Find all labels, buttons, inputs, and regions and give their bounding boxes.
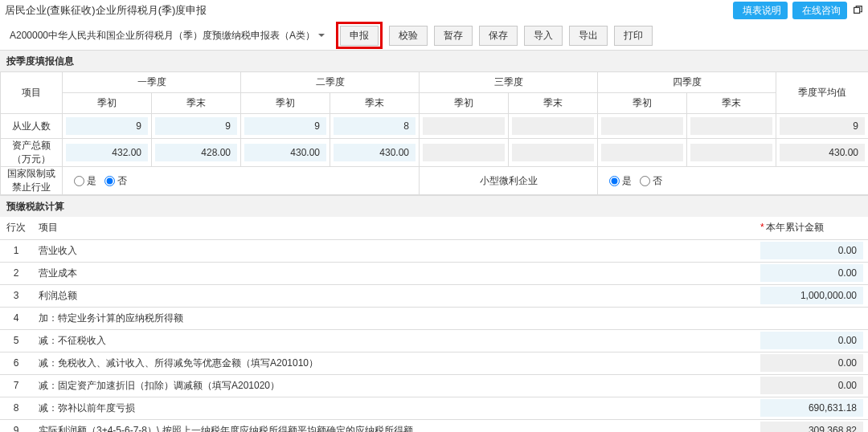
ast-avg: 430.00 xyxy=(780,144,865,161)
lines-table: 行次 项目 本年累计金额 1营业收入0.002营业成本0.003利润总额1,00… xyxy=(0,217,868,432)
amount-cell[interactable]: 0.00 xyxy=(760,242,863,259)
q1-start: 季初 xyxy=(63,93,152,114)
amount-cell[interactable]: 690,631.18 xyxy=(760,399,863,417)
emp-q1e[interactable]: 9 xyxy=(155,117,237,135)
table-row: 5减：不征税收入0.00 xyxy=(0,329,868,352)
amount-cell: 0.00 xyxy=(760,354,863,372)
ast-q3e[interactable] xyxy=(512,144,594,161)
row-number: 7 xyxy=(0,374,32,397)
col-project: 项目 xyxy=(32,217,755,239)
svg-rect-0 xyxy=(854,7,860,13)
instructions-button[interactable]: 填表说明 xyxy=(733,2,788,19)
instructions-label: 填表说明 xyxy=(743,4,781,18)
col-q3: 三季度 xyxy=(420,72,598,93)
validate-button[interactable]: 校验 xyxy=(389,26,428,46)
declare-button[interactable]: 申报 xyxy=(340,26,379,46)
emp-q3e[interactable] xyxy=(512,117,594,135)
row-project-label: 减：固定资产加速折旧（扣除）调减额（填写A201020） xyxy=(32,374,755,397)
emp-q2e[interactable]: 8 xyxy=(334,117,416,135)
micro-enterprise-label: 小型微利企业 xyxy=(420,167,598,195)
col-q2: 二季度 xyxy=(241,72,420,93)
row-number: 1 xyxy=(0,239,32,262)
row-project-label: 营业成本 xyxy=(32,262,755,284)
emp-q4e[interactable] xyxy=(690,117,772,135)
emp-avg: 9 xyxy=(780,117,865,135)
row-number: 9 xyxy=(0,419,32,432)
ast-q3s[interactable] xyxy=(423,144,505,161)
row-number: 3 xyxy=(0,284,32,307)
online-consult-button[interactable]: 在线咨询 xyxy=(792,2,847,19)
row-project-label: 减：弥补以前年度亏损 xyxy=(32,397,755,419)
row-project-label: 利润总额 xyxy=(32,284,755,307)
table-row: 8减：弥补以前年度亏损690,631.18 xyxy=(0,397,868,419)
online-consult-label: 在线咨询 xyxy=(802,4,841,18)
q2-end: 季末 xyxy=(330,93,420,114)
row-number: 4 xyxy=(0,307,32,329)
ast-q4e[interactable] xyxy=(690,144,772,161)
q3-start: 季初 xyxy=(420,93,509,114)
highlight-declare: 申报 xyxy=(336,22,383,49)
amount-cell xyxy=(760,309,863,327)
row-project-label: 实际利润额（3+4-5-6-7-8）\ 按照上一纳税年度应纳税所得额平均额确定的… xyxy=(32,419,755,432)
table-row: 1营业收入0.00 xyxy=(0,239,868,262)
col-rownum: 行次 xyxy=(0,217,32,239)
table-row: 2营业成本0.00 xyxy=(0,262,868,284)
page-title: 居民企业(查账征收)企业所得税月(季)度申报 xyxy=(5,3,207,18)
emp-q1s[interactable]: 9 xyxy=(66,117,148,135)
row-assets-label: 资产总额（万元） xyxy=(1,139,63,167)
col-q4: 四季度 xyxy=(598,72,776,93)
ast-q4s[interactable] xyxy=(601,144,683,161)
micro-no[interactable]: 否 xyxy=(640,174,662,188)
export-button[interactable]: 导出 xyxy=(569,26,608,46)
table-row: 6减：免税收入、减计收入、所得减免等优惠金额（填写A201010）0.00 xyxy=(0,352,868,374)
row-employees: 从业人数 9 9 9 8 9 xyxy=(1,114,869,139)
window-restore-icon[interactable] xyxy=(852,4,863,18)
q3-end: 季末 xyxy=(509,93,598,114)
amount-cell: 309,368.82 xyxy=(760,422,863,432)
col-avg: 季度平均值 xyxy=(776,72,869,114)
row-project-label: 减：免税收入、减计收入、所得减免等优惠金额（填写A201010） xyxy=(32,352,755,374)
amount-cell[interactable]: 0.00 xyxy=(760,332,863,349)
row-project-label: 减：不征税收入 xyxy=(32,329,755,352)
restricted-no[interactable]: 否 xyxy=(104,174,127,188)
print-button[interactable]: 打印 xyxy=(614,26,653,46)
ast-q1s[interactable]: 432.00 xyxy=(66,144,148,161)
micro-yes[interactable]: 是 xyxy=(609,174,632,188)
form-select-label: A200000中华人民共和国企业所得税月（季）度预缴纳税申报表（A类） xyxy=(10,29,315,43)
row-restricted-label: 国家限制或禁止行业 xyxy=(1,167,63,195)
table-row: 3利润总额1,000,000.00 xyxy=(0,284,868,307)
row-employees-label: 从业人数 xyxy=(1,114,63,139)
q4-start: 季初 xyxy=(598,93,687,114)
q2-start: 季初 xyxy=(241,93,330,114)
ast-q2e[interactable]: 430.00 xyxy=(334,144,416,161)
col-amount: 本年累计金额 xyxy=(755,217,868,239)
amount-cell: 0.00 xyxy=(760,377,863,394)
row-number: 8 xyxy=(0,397,32,419)
quarter-table: 项目 一季度 二季度 三季度 四季度 季度平均值 季初 季末 季初 季末 季初 … xyxy=(0,71,868,195)
import-button[interactable]: 导入 xyxy=(524,26,563,46)
quarter-section-title: 按季度填报信息 xyxy=(0,50,868,71)
emp-q3s[interactable] xyxy=(423,117,505,135)
emp-q4s[interactable] xyxy=(601,117,683,135)
restricted-yes[interactable]: 是 xyxy=(74,174,96,188)
col-q1: 一季度 xyxy=(63,72,241,93)
calc-section-title: 预缴税款计算 xyxy=(0,195,868,217)
col-project: 项目 xyxy=(1,72,63,114)
ast-q2s[interactable]: 430.00 xyxy=(244,144,326,161)
amount-cell[interactable]: 0.00 xyxy=(760,264,863,282)
row-number: 2 xyxy=(0,262,32,284)
q1-end: 季末 xyxy=(152,93,241,114)
emp-q2s[interactable]: 9 xyxy=(244,117,326,135)
save-draft-button[interactable]: 暂存 xyxy=(434,26,473,46)
row-project-label: 营业收入 xyxy=(32,239,755,262)
table-row: 9实际利润额（3+4-5-6-7-8）\ 按照上一纳税年度应纳税所得额平均额确定… xyxy=(0,419,868,432)
row-number: 6 xyxy=(0,352,32,374)
table-row: 4加：特定业务计算的应纳税所得额 xyxy=(0,307,868,329)
amount-cell[interactable]: 1,000,000.00 xyxy=(760,287,863,304)
row-number: 5 xyxy=(0,329,32,352)
ast-q1e[interactable]: 428.00 xyxy=(155,144,237,161)
save-button[interactable]: 保存 xyxy=(479,26,518,46)
row-assets: 资产总额（万元） 432.00 428.00 430.00 430.00 430… xyxy=(1,139,869,167)
form-select[interactable]: A200000中华人民共和国企业所得税月（季）度预缴纳税申报表（A类） xyxy=(5,26,330,46)
q4-end: 季末 xyxy=(687,93,776,114)
